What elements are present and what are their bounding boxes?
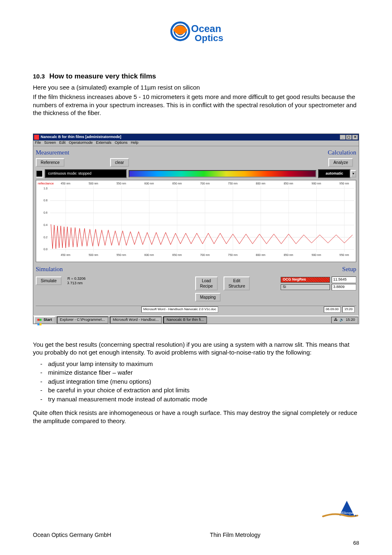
para-4: Quite often thick resists are inhomogene… bbox=[33, 409, 359, 425]
simulate-button[interactable]: Simulate bbox=[36, 276, 62, 285]
task-nanocalc[interactable]: Nanocalc B for thin fi... bbox=[163, 316, 207, 324]
svg-text:550 nm: 550 nm bbox=[116, 182, 126, 185]
svg-text:500 nm: 500 nm bbox=[89, 182, 98, 185]
status-time: 15:20 bbox=[342, 306, 355, 312]
section-number: 10.3 bbox=[33, 73, 45, 80]
analyze-button[interactable]: Analyze bbox=[328, 158, 353, 167]
mapping-button[interactable]: Mapping bbox=[195, 293, 221, 302]
list-item: minimize distance fiber – wafer bbox=[40, 368, 359, 377]
tray-icon: 🖧 bbox=[334, 318, 338, 322]
list-item: adjust integration time (menu options) bbox=[40, 378, 359, 386]
layer-2-name[interactable]: Si bbox=[281, 284, 330, 290]
sim-r-value: R = 0.3206 bbox=[67, 276, 85, 281]
close-button[interactable]: ✕ bbox=[352, 135, 358, 140]
simulation-heading: Simulation bbox=[36, 265, 63, 274]
svg-text:800 nm: 800 nm bbox=[256, 253, 265, 256]
maximize-button[interactable]: ▢ bbox=[346, 135, 352, 140]
menu-help[interactable]: Help bbox=[131, 140, 138, 146]
mode-label: automatic bbox=[318, 169, 350, 178]
menu-file[interactable]: File bbox=[35, 140, 41, 146]
status-indicator bbox=[36, 170, 43, 177]
page-number: 68 bbox=[353, 540, 359, 547]
mode-dropdown[interactable]: ▼ bbox=[350, 170, 356, 177]
list-item: try manual measurement mode instead of a… bbox=[40, 395, 359, 403]
list-item: be careful in your choice of extraction … bbox=[40, 386, 359, 394]
svg-text:550 nm: 550 nm bbox=[116, 253, 126, 256]
svg-text:450 nm: 450 nm bbox=[61, 182, 70, 185]
menu-options[interactable]: Options bbox=[115, 140, 127, 146]
svg-text:850 nm: 850 nm bbox=[284, 182, 293, 185]
svg-text:1.0: 1.0 bbox=[44, 187, 48, 190]
edit-structure-button[interactable]: Edit Structure bbox=[224, 276, 250, 290]
reference-button[interactable]: Reference bbox=[36, 158, 65, 167]
app-icon bbox=[34, 135, 39, 140]
layer-1-value[interactable]: 11.5645 bbox=[332, 276, 356, 283]
svg-text:600 nm: 600 nm bbox=[144, 253, 154, 256]
svg-text:900 nm: 900 nm bbox=[311, 182, 321, 185]
menubar: File Screen Edit Operatormode Externals … bbox=[33, 140, 359, 146]
sim-lambda-value: λ 713 nm bbox=[67, 281, 85, 286]
footer-center: Thin Film Metrology bbox=[210, 531, 261, 539]
svg-text:950 nm: 950 nm bbox=[339, 182, 349, 185]
reflectance-chart: reflectance 1.0 0.8 0.6 0.4 0.2 0.0 bbox=[36, 180, 356, 262]
svg-text:Optics: Optics bbox=[195, 33, 224, 43]
svg-text:0.6: 0.6 bbox=[44, 211, 48, 214]
menu-externals[interactable]: Externals bbox=[96, 140, 112, 146]
svg-text:0.8: 0.8 bbox=[44, 199, 48, 202]
svg-text:450 nm: 450 nm bbox=[61, 253, 70, 256]
footer-left: Ocean Optics Germany GmbH bbox=[33, 531, 111, 539]
measurement-heading: Measurement bbox=[36, 149, 69, 157]
doc-hint: Microsoft Word - Handbuch Nanocalc 2.0 V… bbox=[141, 306, 218, 312]
clear-button[interactable]: clear bbox=[110, 158, 129, 167]
section-heading: 10.3 How to measure very thick films bbox=[33, 72, 359, 81]
setup-heading: Setup bbox=[342, 265, 356, 274]
load-recipe-button[interactable]: Load Recipe bbox=[195, 276, 218, 290]
svg-text:650 nm: 650 nm bbox=[172, 182, 182, 185]
start-button[interactable]: Start bbox=[34, 316, 55, 324]
menu-operatormode[interactable]: Operatormode bbox=[69, 140, 93, 146]
window-title: Nanocalc B for thin films [administrator… bbox=[41, 135, 121, 140]
svg-text:750 nm: 750 nm bbox=[228, 182, 238, 185]
svg-text:0.4: 0.4 bbox=[44, 223, 48, 226]
chart-ylabel: reflectance bbox=[38, 182, 54, 185]
status-date: 06.09.00 bbox=[324, 306, 341, 312]
tray-time: 15:20 bbox=[346, 318, 355, 322]
svg-text:750 nm: 750 nm bbox=[228, 253, 238, 256]
section-title: How to measure very thick films bbox=[49, 72, 156, 80]
para-2: If the film thickness increases above 5 … bbox=[33, 93, 359, 117]
tray-icon: 🔊 bbox=[339, 318, 344, 322]
svg-text:0.2: 0.2 bbox=[44, 235, 48, 238]
calculation-heading: Calculation bbox=[328, 149, 356, 157]
para-3: You get the best results (concerning spe… bbox=[33, 341, 359, 357]
svg-text:Ocean: Ocean bbox=[191, 23, 221, 34]
svg-text:950 nm: 950 nm bbox=[339, 253, 349, 256]
bullet-list: adjust your lamp intensity to maximum mi… bbox=[40, 360, 359, 403]
para-1: Here you see a (simulated) example of 11… bbox=[33, 83, 359, 92]
taskbar: Start Explorer - C:\Programme\... Micros… bbox=[33, 315, 359, 324]
svg-text:700 nm: 700 nm bbox=[200, 253, 210, 256]
menu-edit[interactable]: Edit bbox=[59, 140, 66, 146]
windows-icon bbox=[37, 318, 42, 322]
system-tray: 🖧 🔊 15:20 bbox=[331, 317, 358, 323]
mikropack-logo: Mikropack ▸ bbox=[322, 500, 359, 523]
svg-text:600 nm: 600 nm bbox=[144, 182, 154, 185]
layer-stack: OCG NegRes 11.5645 Si 3.8809 bbox=[281, 276, 356, 302]
status-text: continuous mode: stopped bbox=[45, 169, 127, 178]
svg-text:850 nm: 850 nm bbox=[284, 253, 293, 256]
svg-text:500 nm: 500 nm bbox=[89, 253, 98, 256]
svg-text:▸: ▸ bbox=[355, 514, 357, 517]
svg-text:0.0: 0.0 bbox=[44, 248, 48, 251]
menu-screen[interactable]: Screen bbox=[44, 140, 56, 146]
task-word[interactable]: Microsoft Word - Handbuc... bbox=[110, 316, 162, 324]
layer-2-value[interactable]: 3.8809 bbox=[332, 284, 356, 290]
task-explorer[interactable]: Explorer - C:\Programme\... bbox=[57, 316, 108, 324]
list-item: adjust your lamp intensity to maximum bbox=[40, 360, 359, 368]
minimize-button[interactable]: _ bbox=[340, 135, 346, 140]
svg-text:800 nm: 800 nm bbox=[256, 182, 265, 185]
spectrum-bar bbox=[129, 170, 316, 177]
nanocalc-window: Nanocalc B for thin films [administrator… bbox=[33, 134, 359, 324]
svg-text:900 nm: 900 nm bbox=[311, 253, 321, 256]
layer-1-name[interactable]: OCG NegRes bbox=[281, 277, 330, 283]
ocean-optics-logo: Ocean Optics bbox=[33, 16, 359, 55]
svg-text:700 nm: 700 nm bbox=[200, 182, 210, 185]
